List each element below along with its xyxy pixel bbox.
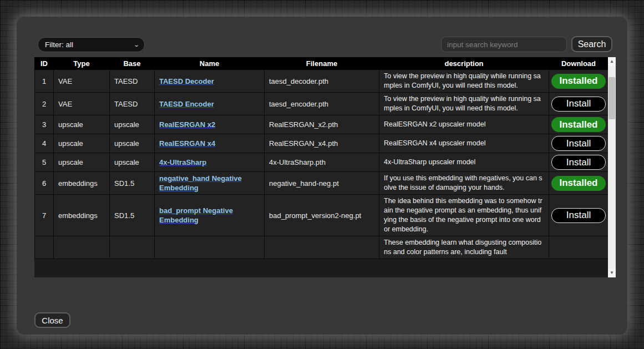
table-row: 1VAETAESDTAESD Decodertaesd_decoder.pthT… — [35, 70, 608, 93]
cell-description: RealESRGAN x2 upscaler model — [379, 115, 549, 134]
table-row: These embedding learn what disgusting co… — [35, 236, 608, 259]
scrollbar-thumb[interactable] — [608, 77, 615, 119]
model-name-link[interactable]: RealESRGAN x2 — [159, 120, 215, 129]
model-name-link[interactable]: bad_prompt Negative Embedding — [159, 206, 233, 224]
model-name-link[interactable]: TAESD Decoder — [159, 77, 214, 85]
cell-type: upscale — [54, 134, 110, 153]
cell-description: These embedding learn what disgusting co… — [379, 236, 549, 259]
cell-download — [549, 236, 608, 259]
cell-type — [54, 236, 110, 259]
filter-select[interactable]: Filter: all ⌄ — [38, 37, 145, 52]
cell-name: TAESD Decoder — [155, 70, 265, 93]
cell-filename: RealESRGAN_x2.pth — [265, 115, 379, 134]
cell-description: The idea behind this embedding was to so… — [379, 195, 549, 236]
installed-button[interactable]: Installed — [551, 117, 606, 132]
cell-id: 6 — [35, 172, 54, 195]
installed-button[interactable]: Installed — [551, 176, 606, 191]
table-scrollbar[interactable]: ▲ ▼ — [608, 57, 616, 277]
cell-download: Installed — [549, 172, 608, 195]
table-row: 4upscaleupscaleRealESRGAN x4RealESRGAN_x… — [35, 134, 608, 153]
cell-type: upscale — [54, 153, 110, 172]
cell-type: upscale — [54, 115, 110, 134]
cell-filename: taesd_decoder.pth — [265, 70, 379, 93]
cell-description: To view the preview in high quality whil… — [379, 93, 549, 115]
install-button[interactable]: Install — [551, 208, 606, 223]
cell-id — [35, 236, 54, 259]
cell-filename: bad_prompt_version2-neg.pt — [265, 195, 379, 236]
table-row: 3upscaleupscaleRealESRGAN x2RealESRGAN_x… — [35, 115, 608, 134]
cell-download: Install — [549, 93, 608, 115]
search-input[interactable] — [441, 37, 567, 52]
cell-description: If you use this embedding with negatives… — [379, 172, 549, 195]
cell-filename: RealESRGAN_x4.pth — [265, 134, 379, 153]
model-manager-dialog: Filter: all ⌄ Search ID Type Base Name F… — [17, 17, 627, 335]
model-name-link[interactable]: RealESRGAN x4 — [159, 139, 215, 148]
cell-filename — [265, 236, 379, 259]
install-button[interactable]: Install — [551, 136, 606, 151]
header-base: Base — [110, 58, 155, 70]
model-name-link[interactable]: 4x-UltraSharp — [159, 158, 206, 166]
table-row: 2VAETAESDTAESD Encodertaesd_encoder.pthT… — [35, 93, 608, 115]
cell-id: 3 — [35, 115, 54, 134]
cell-id: 4 — [35, 134, 54, 153]
search-button[interactable]: Search — [571, 36, 612, 52]
header-name: Name — [155, 58, 265, 70]
install-button[interactable]: Install — [551, 97, 606, 112]
cell-download: Install — [549, 134, 608, 153]
table-header-row: ID Type Base Name Filename description D… — [35, 58, 608, 70]
cell-description: To view the preview in high quality whil… — [379, 70, 549, 93]
cell-base: SD1.5 — [110, 195, 155, 236]
cell-download: Installed — [549, 70, 608, 93]
scroll-down-icon[interactable]: ▼ — [608, 269, 616, 277]
cell-description: 4x-UltraSharp upscaler model — [379, 153, 549, 172]
cell-base: upscale — [110, 134, 155, 153]
model-table: ID Type Base Name Filename description D… — [34, 57, 608, 259]
header-filename: Filename — [265, 58, 379, 70]
cell-type: VAE — [54, 70, 110, 93]
table-row: 6embeddingsSD1.5negative_hand Negative E… — [35, 172, 608, 195]
cell-name: 4x-UltraSharp — [155, 153, 265, 172]
cell-base: upscale — [110, 115, 155, 134]
cell-id: 2 — [35, 93, 54, 115]
header-type: Type — [54, 58, 110, 70]
cell-base: TAESD — [110, 70, 155, 93]
cell-id: 1 — [35, 70, 54, 93]
install-button[interactable]: Install — [551, 155, 606, 170]
chevron-down-icon: ⌄ — [133, 42, 140, 48]
cell-name: TAESD Encoder — [155, 93, 265, 115]
header-id: ID — [35, 58, 54, 70]
cell-base: SD1.5 — [110, 172, 155, 195]
cell-download: Install — [549, 153, 608, 172]
cell-download: Install — [549, 195, 608, 236]
model-table-container: ID Type Base Name Filename description D… — [34, 57, 616, 277]
cell-type: VAE — [54, 93, 110, 115]
cell-download: Installed — [549, 115, 608, 134]
cell-filename: 4x-UltraSharp.pth — [265, 153, 379, 172]
cell-name — [155, 236, 265, 259]
cell-base: TAESD — [110, 93, 155, 115]
cell-name: RealESRGAN x4 — [155, 134, 265, 153]
scroll-up-icon[interactable]: ▲ — [608, 57, 616, 66]
header-description: description — [379, 58, 549, 70]
model-name-link[interactable]: negative_hand Negative Embedding — [159, 174, 242, 192]
cell-type: embeddings — [54, 195, 110, 236]
cell-name: negative_hand Negative Embedding — [155, 172, 265, 195]
close-button[interactable]: Close — [34, 312, 70, 328]
table-row: 7embeddingsSD1.5bad_prompt Negative Embe… — [35, 195, 608, 236]
cell-name: bad_prompt Negative Embedding — [155, 195, 265, 236]
cell-type: embeddings — [54, 172, 110, 195]
cell-base: upscale — [110, 153, 155, 172]
installed-button[interactable]: Installed — [551, 74, 606, 89]
cell-filename: taesd_encoder.pth — [265, 93, 379, 115]
cell-id: 7 — [35, 195, 54, 236]
filter-select-value: Filter: all — [45, 41, 73, 49]
cell-id: 5 — [35, 153, 54, 172]
cell-base — [110, 236, 155, 259]
table-row: 5upscaleupscale4x-UltraSharp4x-UltraShar… — [35, 153, 608, 172]
cell-filename: negative_hand-neg.pt — [265, 172, 379, 195]
header-download: Download — [549, 58, 608, 70]
cell-name: RealESRGAN x2 — [155, 115, 265, 134]
model-name-link[interactable]: TAESD Encoder — [159, 100, 214, 108]
cell-description: RealESRGAN x4 upscaler model — [379, 134, 549, 153]
